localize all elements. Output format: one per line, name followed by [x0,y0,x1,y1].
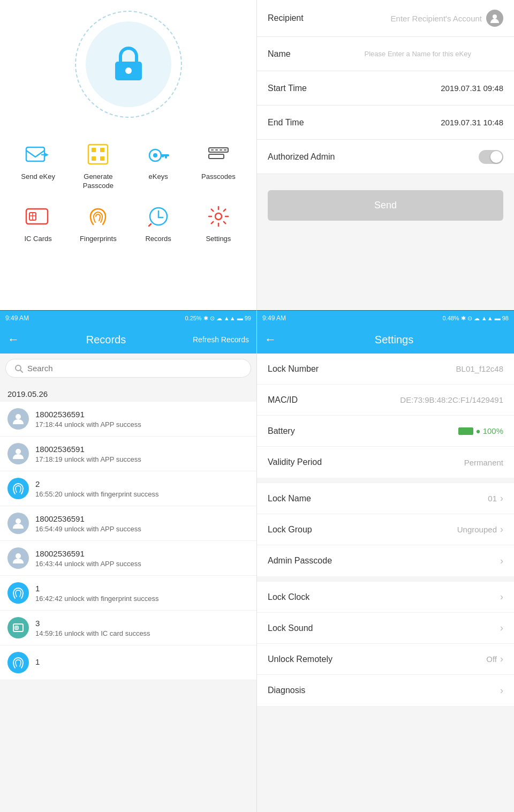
lock-clock-chevron: › [500,591,503,603]
battery-indicator: ● 100% [458,426,503,435]
svg-point-29 [16,449,21,454]
menu-item-send-ekey[interactable]: Send eKey [11,139,65,191]
svg-point-24 [215,213,222,220]
settings-back-btn[interactable]: ← [264,333,276,347]
refresh-records-btn[interactable]: Refresh Records [193,335,249,344]
record-item-4: 18002536591 16:54:49 unlock with APP suc… [0,506,256,541]
ekeys-icon-box [143,139,173,169]
record-info-4: 18002536591 16:54:49 unlock with APP suc… [35,514,249,533]
person-icon [12,412,25,425]
end-time-value: 2019.07.31 10:48 [332,118,503,127]
home-panel: Send eKey Generate Passcode [0,0,257,311]
unlock-remotely-value: Off [486,655,497,664]
settings-section-2: Lock Name 01 › Lock Group Ungrouped › Ad… [257,483,514,576]
unlock-remotely-row[interactable]: Unlock Remotely Off › [257,644,514,675]
authorized-label: Authorized Admin [268,152,335,162]
menu-item-passcodes[interactable]: Passcodes [191,139,246,191]
svg-point-25 [493,14,497,19]
record-item-7: 3 14:59:16 unlock with IC card success [0,611,256,645]
record-name-8: 1 [35,657,249,666]
menu-grid: Send eKey Generate Passcode [0,134,256,249]
search-bar [5,359,251,378]
record-avatar-7 [7,617,29,638]
lock-group-row[interactable]: Lock Group Ungrouped › [257,514,514,545]
diagnosis-row[interactable]: Diagnosis › [257,675,514,706]
svg-point-9 [153,153,157,157]
menu-item-ekeys[interactable]: eKeys [131,139,186,191]
authorized-row: Authorized Admin [257,140,514,174]
records-title: Records [25,334,187,346]
menu-item-generate-passcode[interactable]: Generate Passcode [71,139,125,191]
records-list: 2019.05.26 18002536591 17:18:44 unlock w… [0,383,256,812]
send-button[interactable]: Send [268,190,503,221]
record-name-5: 18002536591 [35,549,249,558]
records-icon [147,205,170,228]
ekeys-label: eKeys [149,172,168,182]
start-time-row: Start Time 2019.07.31 09:48 [257,71,514,106]
menu-item-settings[interactable]: Settings [191,201,246,244]
record-item-8: 1 [0,645,256,680]
settings-list: Lock Number BL01_f12c48 MAC/ID DE:73:9B:… [257,354,514,812]
svg-rect-15 [211,149,214,151]
lock-number-row: Lock Number BL01_f12c48 [257,354,514,385]
svg-rect-16 [215,149,218,151]
lock-sound-chevron: › [500,622,503,634]
passcodes-icon [207,142,230,166]
card-icon [12,621,25,634]
svg-rect-17 [220,149,222,151]
name-label: Name [268,49,332,59]
record-name-4: 18002536591 [35,514,249,523]
lock-clock-label: Lock Clock [268,592,497,602]
svg-line-27 [20,370,22,372]
authorized-toggle[interactable] [479,150,503,164]
search-icon [14,364,23,373]
menu-item-fingerprints[interactable]: Fingerprints [71,201,125,244]
lock-sound-row[interactable]: Lock Sound › [257,613,514,644]
record-avatar-5 [7,547,29,569]
end-time-row: End Time 2019.07.31 10:48 [257,106,514,140]
validity-period-label: Validity Period [268,457,464,467]
send-btn-area: Send [257,174,514,237]
records-back-btn[interactable]: ← [7,333,19,347]
send-ekey-label: Send eKey [21,172,55,182]
battery-bar [458,427,473,435]
record-time-4: 16:54:49 unlock with APP success [35,525,249,533]
admin-passcode-chevron: › [500,555,503,567]
mac-id-value: DE:73:9B:48:2C:F1/1429491 [400,395,503,404]
record-avatar-2 [7,443,29,464]
menu-item-records[interactable]: Records [131,201,186,244]
search-input[interactable] [27,364,242,373]
settings-nav-bar: ← Settings [257,326,514,354]
record-time-1: 17:18:44 unlock with APP success [35,420,249,428]
records-panel: 9:49 AM 0.25% ✱ ⊙ ☁ ▲▲ ▬ 99 ← Records Re… [0,311,257,812]
menu-item-ic-cards[interactable]: IC Cards [11,201,65,244]
validity-period-value: Permanent [464,458,503,467]
records-label: Records [145,235,171,244]
lock-clock-row[interactable]: Lock Clock › [257,582,514,613]
record-avatar-4 [7,513,29,534]
lock-number-label: Lock Number [268,364,456,374]
person-icon [490,13,500,23]
svg-rect-7 [100,156,104,161]
settings-icon [207,205,230,228]
svg-rect-18 [224,149,226,151]
svg-rect-4 [92,148,96,152]
fingerprint-icon [12,482,25,495]
svg-point-30 [16,518,21,524]
admin-passcode-row[interactable]: Admin Passcode › [257,545,514,576]
record-avatar-1 [7,408,29,430]
record-avatar-6 [7,582,29,604]
generate-passcode-icon-box [83,139,113,169]
settings-status-bar: 9:49 AM 0.48% ✱ ⊙ ☁ ▲▲ ▬ 98 [257,311,514,326]
records-icon-box [143,201,173,231]
battery-label: Battery [268,426,458,436]
record-item-6: 1 16:42:42 unlock with fingerprint succe… [0,576,256,611]
svg-rect-6 [92,156,96,161]
start-time-value: 2019.07.31 09:48 [332,84,503,93]
name-placeholder: Please Enter a Name for this eKey [332,50,471,58]
record-item-1: 18002536591 17:18:44 unlock with APP suc… [0,402,256,437]
recipient-avatar-btn[interactable] [486,10,503,27]
records-status-right: 0.25% ✱ ⊙ ☁ ▲▲ ▬ 99 [185,315,251,322]
lock-name-row[interactable]: Lock Name 01 › [257,483,514,514]
record-avatar-3 [7,478,29,499]
